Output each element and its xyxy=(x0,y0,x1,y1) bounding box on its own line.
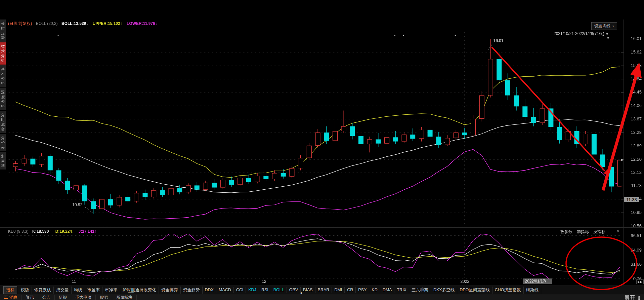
tab-市净率[interactable]: 市净率 xyxy=(102,287,120,294)
tab-CR[interactable]: CR xyxy=(345,287,356,293)
left-sidebar: 分 时 走 势技 术 分 析基 本 资 料深 度 资 料分 时 成 交分 价 表… xyxy=(0,20,6,170)
price-axis-label: 16.01 xyxy=(624,36,642,41)
tab-KDJ[interactable]: KDJ xyxy=(246,287,259,293)
kdj-header: KDJ (9,3,3) K:18.530↑ D:19.224↓ J:17.141… xyxy=(8,229,96,234)
low-price-annotation: 10.92 xyxy=(72,202,82,207)
drag-grip-icon[interactable]: ▪▪▪▪▪▪ xyxy=(128,291,134,293)
current-price-marker-icon: ◀ xyxy=(620,158,622,161)
bottom-item-资讯[interactable]: 资讯 xyxy=(22,295,38,300)
tab-资金博弈[interactable]: 资金博弈 xyxy=(159,287,181,294)
tab-DKX多空线[interactable]: DKX多空线 xyxy=(431,287,457,294)
tab-BRAR[interactable]: BRAR xyxy=(315,287,332,293)
tab-资金趋势[interactable]: 资金趋势 xyxy=(181,287,203,294)
price-axis-label: 13.28 xyxy=(624,130,642,135)
tab-CCI[interactable]: CCI xyxy=(234,287,246,293)
tab-均线[interactable]: 均线 xyxy=(72,287,85,294)
price-axis-label: 15.23 xyxy=(624,63,642,68)
sidebar-item-基本资料[interactable]: 基 本 资 料 xyxy=(0,65,6,87)
drag-grip-icon[interactable]: ▪▪▪▪▪▪ xyxy=(479,291,485,293)
price-axis-label: 12.12 xyxy=(624,170,642,175)
kdj-button-改参数[interactable]: 改参数 xyxy=(560,229,572,235)
tab-DMI[interactable]: DMI xyxy=(332,287,345,293)
crosshair-date-box: 2022/01/17/一 xyxy=(523,278,552,284)
pin-icon[interactable]: ∗ xyxy=(605,32,608,36)
kdj-axis-label: 96.51 xyxy=(624,233,642,238)
bottom-item-重大事项[interactable]: 重大事项 xyxy=(71,295,96,300)
kdj-d-value: D:19.224↓ xyxy=(55,229,74,234)
sidebar-item-分时成交[interactable]: 分 时 成 交 xyxy=(0,111,6,133)
price-axis-label: 12.89 xyxy=(624,143,642,148)
event-marker-icon: * xyxy=(394,34,396,39)
tab-成交量[interactable]: 成交量 xyxy=(54,287,72,294)
price-axis-label: 15.62 xyxy=(624,49,642,54)
sidebar-item-深度资料[interactable]: 深 度 资 料 xyxy=(0,88,6,110)
tab-恢复默认[interactable]: 恢复默认 xyxy=(32,287,54,294)
series-label: (日线,前复权) xyxy=(8,21,32,26)
event-marker-icon: * xyxy=(403,34,404,39)
price-axis-label: 11.73 xyxy=(624,183,642,188)
price-axis-label: 14.06 xyxy=(624,103,642,108)
close-icon[interactable]: × xyxy=(617,229,619,234)
tab-指标[interactable]: 指标 xyxy=(3,286,17,294)
price-axis-label: 12.50 xyxy=(624,157,642,162)
bottom-item-所属板块[interactable]: 所属板块 xyxy=(112,295,137,300)
kdj-k-value: K:18.530↑ xyxy=(32,229,51,234)
bottom-item-股吧[interactable]: 股吧 xyxy=(96,295,112,300)
kdj-button-换指标[interactable]: 换指标 xyxy=(593,229,605,235)
boll-upper-value: UPPER:15.102↑ xyxy=(93,21,122,26)
chevron-down-icon: ▾ xyxy=(612,25,614,28)
sidebar-item-多周期[interactable]: 多 周 期 xyxy=(0,152,6,170)
tab-沪深股通持股变化[interactable]: 沪深股通持股变化 xyxy=(120,287,159,294)
kdj-axis-label: -0.76 xyxy=(624,276,642,281)
tab-scroll-triangle-icon: ▲ xyxy=(300,291,303,294)
event-marker-icon: * xyxy=(455,34,456,39)
bottom-item-研报[interactable]: 研报 xyxy=(55,295,71,300)
price-axis-label: 14.45 xyxy=(624,89,642,95)
bottom-expand[interactable]: 展开⇕ xyxy=(625,295,641,300)
mail-icon xyxy=(4,295,8,300)
price-axis-label: 13.67 xyxy=(624,116,642,121)
visible-date-range: 2021/10/21-2022/1/28(71根)∗ xyxy=(554,31,608,37)
tab-模版[interactable]: 模版 xyxy=(18,287,32,294)
tab-DPO区间震荡线[interactable]: DPO区间震荡线 xyxy=(457,287,492,294)
sidebar-item-分时走势[interactable]: 分 时 走 势 xyxy=(0,20,6,42)
boll-lower-value: LOWER:11.976↓ xyxy=(127,21,157,26)
tab-TRIX[interactable]: TRIX xyxy=(394,287,409,293)
tab-DDX[interactable]: DDX xyxy=(203,287,216,293)
kdj-button-加指标[interactable]: 加指标 xyxy=(577,229,589,235)
price-axis-label: 10.95 xyxy=(624,210,642,215)
price-axis-label: 14.84 xyxy=(624,76,642,81)
indicator-tab-bar: 指标模版恢复默认成交量均线市盈率市净率沪深股通持股变化资金博弈资金趋势DDXMA… xyxy=(0,286,644,294)
tab-DMA[interactable]: DMA xyxy=(380,287,395,293)
tab-BIAS[interactable]: BIAS xyxy=(301,287,315,293)
tab-CHO济坚指数[interactable]: CHO济坚指数 xyxy=(492,287,524,294)
tab-OBV[interactable]: OBV xyxy=(287,287,301,293)
sidebar-item-技术分析[interactable]: 技 术 分 析 xyxy=(0,42,6,65)
event-marker-icon: * xyxy=(57,34,59,39)
tab-MACD[interactable]: MACD xyxy=(216,287,234,293)
tab-KD[interactable]: KD xyxy=(369,287,380,293)
kdj-indicator-label[interactable]: KDJ (9,3,3) xyxy=(8,229,29,234)
bottom-item-公告[interactable]: 公告 xyxy=(38,295,55,300)
kdj-axis-label: 31.66 xyxy=(624,262,642,267)
resize-handle-icon[interactable]: ⇕ xyxy=(607,36,609,40)
tab-PSY[interactable]: PSY xyxy=(356,287,369,293)
kdj-j-value: J:17.141↑ xyxy=(78,229,96,234)
axis-highlight-label: 11.33 xyxy=(624,197,639,202)
resize-icon: ⇕ xyxy=(637,295,641,300)
boll-mid-value: BOLL:13.539↓ xyxy=(61,21,88,26)
sidebar-item-分价表[interactable]: 分 价 表 xyxy=(0,134,6,151)
tab-三六乖离[interactable]: 三六乖离 xyxy=(409,287,431,294)
bottom-item-消息[interactable]: 消息 xyxy=(0,295,22,300)
kdj-axis-label: 64.09 xyxy=(624,248,642,253)
candlestick-chart-canvas[interactable] xyxy=(0,0,644,300)
tab-市盈率[interactable]: 市盈率 xyxy=(85,287,103,294)
bottom-info-bar: 消息资讯公告研报重大事项股吧所属板块 xyxy=(0,294,644,300)
high-price-annotation: 16.01 xyxy=(493,38,504,43)
ma-settings-button[interactable]: 设置均线▾ xyxy=(591,22,617,30)
tab-RSI[interactable]: RSI xyxy=(259,287,271,293)
indicator-label[interactable]: BOLL (20,2) xyxy=(36,21,58,26)
tab-梅斯线[interactable]: 梅斯线 xyxy=(524,287,542,294)
stock-terminal-window: F9资讯研报公告龙虎榜单财务分析融资融券资金流向大宗交易风险评估高管持股分红研究… xyxy=(0,0,644,300)
tab-BOLL[interactable]: BOLL xyxy=(271,287,287,293)
